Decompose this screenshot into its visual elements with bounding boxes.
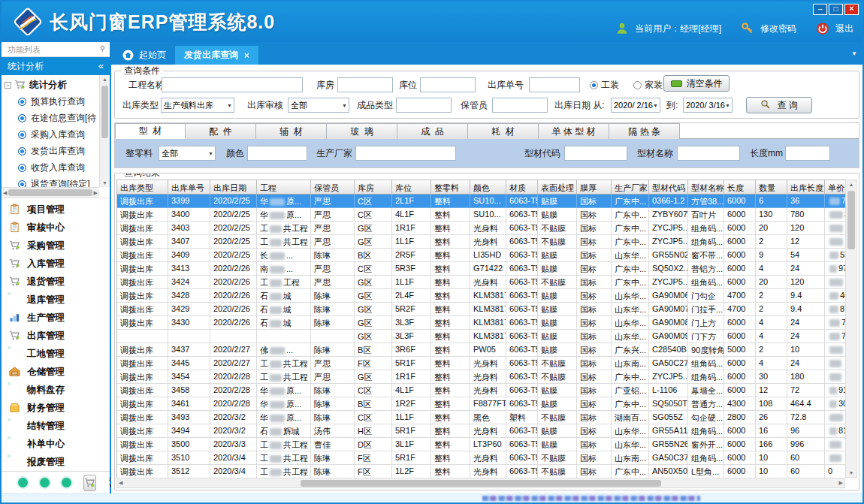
table-header-cell[interactable]: 库位 — [392, 180, 431, 195]
material-tab[interactable]: 玻 璃 — [327, 123, 397, 139]
warehouse-input[interactable] — [337, 77, 393, 92]
table-row[interactable]: 调拨出库34092020/2/25长...陈琳B区2R5F整料LI35HD606… — [117, 249, 845, 262]
table-header-cell[interactable]: 出库长度 — [787, 180, 825, 195]
material-tab[interactable]: 型 材 — [115, 123, 186, 139]
sidebar-menu-item[interactable]: 退库管理 — [2, 291, 110, 309]
dot-icon[interactable] — [18, 478, 28, 487]
table-row[interactable]: 调拨出库34582020/2/28华原...陈琳C区4L1F整料光身料6063-… — [117, 384, 845, 397]
project-name-input[interactable] — [162, 77, 303, 92]
table-header-cell[interactable]: 整零料 — [431, 180, 470, 195]
material-tab[interactable]: 单 体 型 材 — [539, 123, 609, 139]
dot-icon[interactable] — [40, 478, 50, 487]
scroll-right-icon[interactable]: ▶ — [94, 190, 98, 196]
sidebar-menu-item[interactable]: 仓储管理 — [2, 363, 110, 381]
table-header-cell[interactable]: 型材代码 — [649, 180, 688, 195]
sidebar-menu-item[interactable]: 审核中心 — [2, 219, 110, 237]
profile-name-input[interactable] — [677, 146, 740, 161]
sidebar-menu-item[interactable]: 出库管理 — [2, 327, 110, 345]
sidebar-menu-item[interactable]: 工地管理 — [2, 345, 110, 363]
tree-item[interactable]: 退货查询[待定] — [2, 176, 99, 187]
material-tab[interactable]: 隔 热 条 — [609, 123, 680, 139]
table-header-cell[interactable]: 出库单号 — [168, 180, 210, 195]
sidebar-menu-item[interactable]: 入库管理 — [2, 255, 110, 273]
tree-item[interactable]: 收货入库查询 — [2, 159, 99, 176]
table-header-cell[interactable]: 保管员 — [311, 180, 355, 195]
minimize-button[interactable]: – — [813, 4, 827, 15]
table-row[interactable]: 调拨出库34292020/2/26石城陈琳G区5R2F整料KLM38176063… — [117, 303, 845, 316]
material-tab[interactable]: 成 品 — [397, 123, 468, 139]
table-header-cell[interactable]: 单价 — [825, 180, 845, 195]
table-header-cell[interactable]: 库房 — [355, 180, 392, 195]
maximize-button[interactable]: □ — [829, 4, 843, 15]
table-row[interactable]: 调拨出库34032020/2/25工共工程严思G区1R1F整料光身料6063-T… — [117, 222, 845, 235]
material-tab[interactable]: 配 件 — [186, 123, 256, 139]
table-header-cell[interactable]: 生产厂家 — [612, 180, 649, 195]
length-input[interactable] — [785, 146, 830, 161]
tree-item[interactable]: 发货出库查询 — [2, 143, 99, 159]
scroll-up-icon[interactable]: ▲ — [846, 180, 856, 187]
table-row[interactable]: 调拨出库34132020/2/26南...严思C区5R3F整料G71422606… — [117, 262, 845, 276]
table-horizontal-scrollbar[interactable]: ◀ ▶ — [116, 478, 845, 488]
logout-link[interactable]: 退出 — [835, 23, 853, 35]
color-input[interactable] — [247, 146, 307, 161]
sidebar-menu-item[interactable]: 生产管理 — [2, 309, 110, 327]
tree-item[interactable]: 预算执行查询 — [2, 93, 99, 110]
table-row[interactable]: 调拨出库34372020/2/27佛...陈琳B区3R6F整料PW056063-… — [117, 343, 845, 357]
profile-code-input[interactable] — [564, 146, 627, 161]
table-row[interactable]: 调拨出库34942020/3/2石辉城汤伟H区5R1F整料光身料6063-T5贴… — [117, 424, 845, 438]
table-row[interactable]: 调拨出库35102020/3/4工共工程陈琳F区5R1F整料光身料6063-T5… — [117, 451, 845, 465]
out-type-select[interactable]: 生产领料出库▼ — [161, 98, 234, 113]
tab-shipping-query[interactable]: 发货出库查询 × — [175, 46, 258, 65]
sidebar-menu-item[interactable]: 结转管理 — [2, 417, 110, 435]
whole-part-select[interactable]: 全部▼ — [159, 146, 216, 161]
table-header-cell[interactable]: 数量 — [756, 180, 787, 195]
sidebar-menu-item[interactable]: 采购管理 — [2, 237, 110, 255]
table-row[interactable]: 调拨出库33992020/2/25华原...严思C区2L1F整料SU10...6… — [117, 195, 845, 208]
table-header-cell[interactable]: 膜厚 — [577, 180, 612, 195]
collapse-icon[interactable]: « — [98, 57, 104, 75]
sidebar-section-header[interactable]: 统计分析 « — [2, 57, 110, 75]
close-button[interactable]: × — [844, 4, 859, 15]
scroll-down-icon[interactable]: ▼ — [100, 180, 110, 186]
cart-shortcut-button[interactable] — [83, 475, 96, 491]
sidebar-menu-item[interactable]: 报废管理 — [2, 453, 110, 471]
table-row[interactable]: 调拨出库35122020/3/4工共工程陈琳F区1L2F整料光身料6063-T5… — [117, 465, 845, 478]
date-from-select[interactable]: 2020/ 2/16▼ — [611, 98, 660, 113]
date-to-select[interactable]: 2020/ 3/16▼ — [683, 98, 733, 113]
tree-expander-icon[interactable]: - — [5, 82, 11, 89]
order-no-input[interactable] — [529, 77, 580, 92]
table-row[interactable]: 调拨出库34452020/2/27工共工程严思F区5R1F整料光身料6063-T… — [117, 357, 845, 370]
table-header-cell[interactable]: 工程 — [257, 180, 311, 195]
tab-list-caret-icon[interactable]: ▼ — [851, 50, 857, 57]
location-input[interactable] — [420, 77, 476, 92]
radio-gongzhuang[interactable]: 工装 — [590, 77, 619, 92]
scroll-up-icon[interactable]: ▲ — [100, 75, 110, 82]
product-type-input[interactable] — [396, 98, 452, 113]
table-row[interactable]: 调拨出库34072020/2/25工共工程严思G区1L1F整料光身料6063-T… — [117, 235, 845, 249]
keeper-input[interactable] — [492, 98, 548, 113]
tree-item[interactable]: 采购入库查询 — [2, 126, 99, 143]
material-tab[interactable]: 辅 材 — [256, 123, 327, 139]
table-row[interactable]: 调拨出库34542020/2/28工共工程严思G区1R1F整料光身料6063-T… — [117, 370, 845, 384]
scroll-left-icon[interactable]: ◀ — [3, 190, 7, 196]
table-header-cell[interactable]: 出库类型 — [117, 180, 168, 195]
change-password-link[interactable]: 修改密码 — [760, 23, 796, 35]
tree-root-node[interactable]: - 统计分析 — [2, 77, 99, 93]
table-row[interactable]: 调拨出库34282020/2/26石城陈琳G区2L4F整料KLM38176063… — [117, 289, 845, 303]
manufacturer-input[interactable] — [355, 146, 456, 161]
sidebar-menu-item[interactable]: 退货管理 — [2, 273, 110, 291]
table-row[interactable]: 调拨出库34242020/2/26工工程严思G区1L1F整料光身料6063-T5… — [117, 276, 845, 289]
clear-conditions-button[interactable]: 清空条件 — [663, 75, 730, 92]
scroll-left-icon[interactable]: ◀ — [119, 480, 122, 486]
table-header-cell[interactable]: 型材名称 — [688, 180, 724, 195]
material-tab[interactable]: 耗 材 — [468, 123, 539, 139]
dot-icon[interactable] — [62, 478, 71, 487]
tree-vertical-scrollbar[interactable]: ▲ ▼ — [99, 75, 110, 187]
table-header-cell[interactable]: 颜色 — [470, 180, 506, 195]
tree-horizontal-scrollbar[interactable]: ◀ ▶ — [2, 187, 99, 198]
radio-jiazhuang[interactable]: 家装 — [633, 77, 663, 92]
pin-icon[interactable]: ⚲ — [100, 44, 105, 56]
sidebar-menu-item[interactable]: 财务管理 — [2, 399, 110, 417]
tab-home[interactable]: 起始页 — [113, 46, 175, 65]
table-header-cell[interactable]: 表面处理 — [538, 180, 577, 195]
